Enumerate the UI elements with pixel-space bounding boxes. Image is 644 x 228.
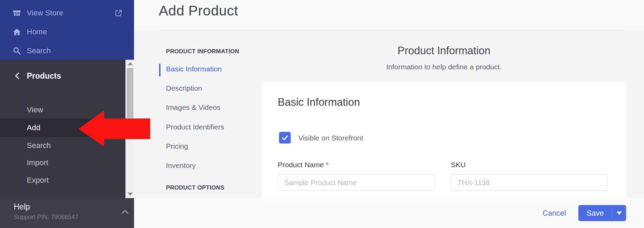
sidebar-item-home[interactable]: Home <box>0 24 134 39</box>
sidebar-help-section[interactable]: Help Support PIN: 79066547 <box>0 198 134 228</box>
basic-information-card: Basic Information Visible on Storefront … <box>262 82 626 198</box>
sidebar-item-label: Add <box>27 123 40 132</box>
app-window: View Store Home Search Products View <box>0 0 644 228</box>
save-button[interactable]: Save <box>578 205 626 221</box>
action-bar: Cancel Save <box>134 198 644 228</box>
help-title: Help <box>14 202 30 212</box>
storefront-icon <box>12 9 21 18</box>
visible-on-storefront-checkbox[interactable] <box>279 132 291 144</box>
nav-item-images-videos[interactable]: Images & Videos <box>166 103 220 112</box>
home-icon <box>12 27 21 36</box>
sku-input[interactable] <box>451 174 608 191</box>
nav-item-description[interactable]: Description <box>166 84 202 92</box>
sidebar-item-label: Search <box>27 141 51 150</box>
active-nav-indicator <box>159 64 160 76</box>
save-dropdown-toggle[interactable] <box>612 212 626 215</box>
sidebar-top: View Store Home Search <box>0 0 134 60</box>
sidebar-scrollbar[interactable] <box>125 60 134 198</box>
nav-item-pricing[interactable]: Pricing <box>166 142 188 150</box>
scroll-up-icon[interactable] <box>127 62 133 65</box>
sidebar-products-header[interactable]: Products <box>0 67 125 84</box>
chevron-up-icon[interactable] <box>121 209 129 215</box>
scroll-down-icon[interactable] <box>127 193 133 196</box>
panel-subtitle: Information to help define a product. <box>262 63 626 71</box>
sidebar-item-products-add[interactable]: Add <box>0 118 125 137</box>
page-title: Add Product <box>159 3 238 19</box>
sidebar-item-search[interactable]: Search <box>0 43 134 58</box>
product-name-input[interactable] <box>278 174 435 191</box>
sidebar-section-title: Products <box>27 71 61 81</box>
checkbox-label: Visible on Storefront <box>298 134 363 142</box>
sidebar-item-label: Home <box>27 27 47 36</box>
sidebar-item-products-import[interactable]: Import <box>0 155 125 170</box>
header-divider <box>159 30 626 31</box>
nav-item-product-identifiers[interactable]: Product Identifiers <box>166 123 224 131</box>
sku-label: SKU <box>451 161 466 169</box>
external-link-icon[interactable] <box>114 9 123 17</box>
chevron-left-icon <box>14 72 21 80</box>
support-pin: Support PIN: 79066547 <box>14 214 78 221</box>
sidebar-item-label: Export <box>27 176 49 185</box>
caret-down-icon <box>617 212 622 215</box>
anchor-nav-heading-product-options: PRODUCT OPTIONS <box>166 184 224 191</box>
cancel-button[interactable]: Cancel <box>543 209 566 218</box>
sidebar-item-label: View Store <box>27 9 63 18</box>
product-name-label: Product Name* <box>278 161 329 169</box>
sidebar-item-label: Import <box>27 158 48 167</box>
page-header: Add Product <box>134 0 644 30</box>
check-icon <box>280 133 289 142</box>
card-title: Basic Information <box>278 96 360 109</box>
nav-item-inventory[interactable]: Inventory <box>166 161 196 170</box>
sidebar-products-section: Products View Add Search Import Export <box>0 60 125 198</box>
anchor-nav-heading-product-information: PRODUCT INFORMATION <box>166 48 239 55</box>
sidebar-item-label: View <box>27 105 43 114</box>
required-asterisk: * <box>326 161 329 169</box>
sidebar-item-view-store[interactable]: View Store <box>0 5 134 21</box>
scrollbar-thumb[interactable] <box>127 68 133 118</box>
panel-title: Product Information <box>262 45 626 57</box>
nav-item-basic-information[interactable]: Basic Information <box>166 65 222 73</box>
sidebar-item-products-export[interactable]: Export <box>0 173 125 188</box>
sidebar-item-products-search[interactable]: Search <box>0 138 125 153</box>
save-button-label[interactable]: Save <box>578 209 612 218</box>
sidebar-item-products-view[interactable]: View <box>0 102 125 117</box>
search-icon <box>12 46 21 55</box>
sidebar-item-label: Search <box>27 46 51 55</box>
main-content: Add Product PRODUCT INFORMATION Basic In… <box>134 0 644 228</box>
